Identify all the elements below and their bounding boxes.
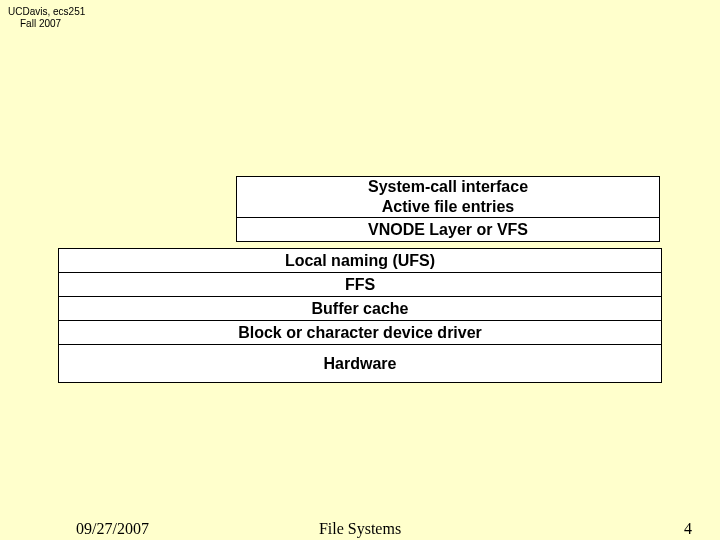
layer-ffs: FFS bbox=[58, 272, 662, 297]
layer-device-driver: Block or character device driver bbox=[58, 320, 662, 345]
footer-page-number: 4 bbox=[684, 520, 692, 538]
footer-title: File Systems bbox=[0, 520, 720, 538]
layer-buffer-cache: Buffer cache bbox=[58, 296, 662, 321]
syscall-line-1: System-call interface bbox=[368, 177, 528, 197]
layer-local-naming: Local naming (UFS) bbox=[58, 248, 662, 273]
layer-syscall: System-call interface Active file entrie… bbox=[236, 176, 660, 218]
layer-vnode: VNODE Layer or VFS bbox=[236, 217, 660, 242]
syscall-line-2: Active file entries bbox=[382, 197, 515, 217]
header-line-1: UCDavis, ecs251 bbox=[8, 6, 85, 18]
layers-diagram: System-call interface Active file entrie… bbox=[58, 176, 662, 383]
header-line-2: Fall 2007 bbox=[8, 18, 85, 30]
layer-hardware: Hardware bbox=[58, 344, 662, 383]
slide-header: UCDavis, ecs251 Fall 2007 bbox=[8, 6, 85, 30]
